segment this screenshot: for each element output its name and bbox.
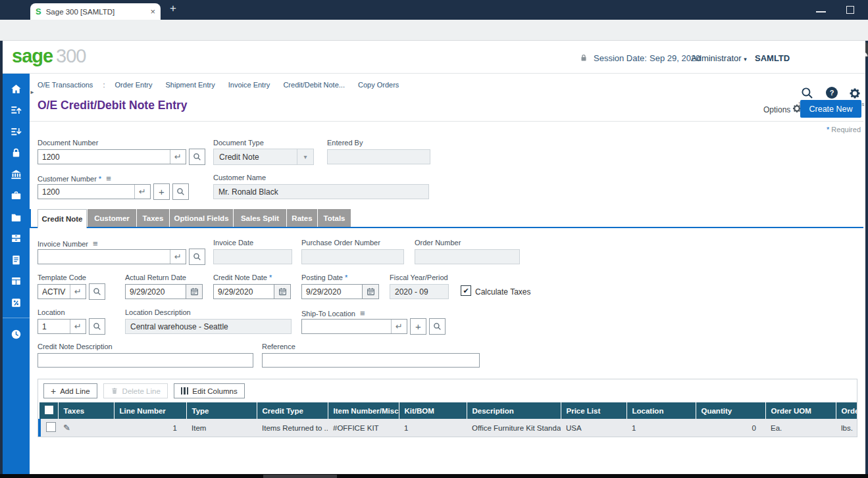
location-input[interactable] [38,320,70,333]
customer-number-input[interactable] [38,185,134,199]
enter-icon[interactable]: ↵ [70,320,86,333]
template-code-input[interactable] [38,285,70,299]
sidebar-item-home[interactable] [3,78,30,100]
breadcrumb-separator: : [103,81,105,89]
tab-credit-note[interactable]: Credit Note [38,209,87,228]
col-item-number[interactable]: Item Number/Misc... [328,402,399,419]
sidebar-item-folder[interactable] [3,206,30,228]
bottom-scrollbar-thumb[interactable] [263,475,337,478]
enter-icon[interactable]: ↵ [170,250,186,264]
col-line-number[interactable]: Line Number [114,402,186,419]
calculate-taxes-checkbox[interactable]: ✔ [461,285,471,296]
sidebar-item-inventory[interactable] [3,228,30,250]
breadcrumb-link-copy-orders[interactable]: Copy Orders [358,81,399,89]
grid-toolbar: +Add Line Delete Line Edit Columns [38,379,857,402]
breadcrumb-link-order-entry[interactable]: Order Entry [115,81,153,89]
customer-number-menu-icon[interactable]: ≡ [106,174,111,183]
invoice-number-menu-icon[interactable]: ≡ [93,239,98,249]
boxes-icon [10,232,22,245]
row-taxes-cell[interactable]: ✎ [58,419,114,437]
col-type[interactable]: Type [186,402,257,419]
sidebar-item-security[interactable] [3,143,30,164]
sidebar-item-list-up[interactable] [3,100,30,122]
col-quantity[interactable]: Quantity [696,402,765,419]
edit-columns-button[interactable]: Edit Columns [174,383,245,398]
row-select-cell[interactable] [39,419,58,437]
tab-close-icon[interactable]: × [150,7,155,16]
actual-return-date-input[interactable] [126,285,186,299]
window-restore-icon[interactable] [846,6,854,14]
template-code-finder-button[interactable] [89,283,105,300]
tab-customer[interactable]: Customer [88,209,136,227]
browser-tab[interactable]: S Sage 300 [SAMLTD] × [30,3,161,20]
credit-note-date-input[interactable] [214,285,274,299]
add-line-button[interactable]: +Add Line [43,383,97,398]
invoice-number-finder-button[interactable] [189,249,205,265]
actual-return-date-group [125,284,203,299]
sidebar-item-tax[interactable] [3,292,30,314]
col-credit-type[interactable]: Credit Type [257,402,328,419]
customer-number-new-button[interactable]: + [153,183,170,200]
sidebar-item-briefcase[interactable] [3,185,30,207]
sage-logo-300: 300 [56,45,86,66]
ship-to-location-input[interactable] [302,320,391,333]
sidebar-item-table[interactable] [3,271,30,293]
session-date-label: Session Date: [594,53,647,63]
col-taxes[interactable]: Taxes [58,402,114,419]
document-type-select[interactable]: Credit Note ▾ [213,149,314,165]
options-label[interactable]: Options [763,105,790,114]
col-order-uom[interactable]: Order UOM [765,402,836,419]
col-location[interactable]: Location [626,402,696,419]
location-label: Location [38,308,65,316]
ship-to-location-menu-icon[interactable]: ≡ [360,308,365,318]
reference-input[interactable] [262,353,480,368]
enter-icon[interactable]: ↵ [391,320,407,333]
tab-sales-split[interactable]: Sales Split [234,209,286,227]
document-number-input[interactable] [38,150,170,164]
col-order-weight[interactable]: Order [836,402,857,419]
calendar-icon[interactable] [274,285,290,299]
sidebar-item-list-down[interactable] [3,121,30,143]
ship-to-location-new-button[interactable]: + [410,318,426,335]
col-kit-bom[interactable]: Kit/BOM [399,402,467,419]
customer-number-finder-button[interactable] [172,183,189,200]
calendar-icon[interactable] [362,285,378,299]
select-all-checkbox[interactable] [45,406,53,414]
browser-toolbar: ← → ↻ i localhost/Sage300/OnPremise/QURN… [0,20,868,41]
customer-number-group: ↵ [38,184,151,199]
tab-totals[interactable]: Totals [318,209,351,227]
breadcrumb-link-shipment-entry[interactable]: Shipment Entry [165,81,215,89]
sidebar-item-history[interactable] [3,318,30,347]
credit-note-description-input[interactable] [38,353,253,368]
col-description[interactable]: Description [467,402,561,419]
ship-to-location-label: Ship-To Location≡ [301,308,365,318]
posting-date-input[interactable] [302,285,362,299]
select-all-cell[interactable] [39,402,58,419]
new-tab-icon[interactable]: + [170,2,176,15]
ship-to-location-finder-button[interactable] [429,318,446,335]
user-menu[interactable]: Administrator ▾ [691,53,747,63]
tab-rates[interactable]: Rates [287,209,317,227]
edit-pencil-icon[interactable]: ✎ [63,423,70,433]
col-price-list[interactable]: Price List [561,402,626,419]
tab-optional-fields[interactable]: Optional Fields [170,209,233,227]
enter-icon[interactable]: ↵ [134,185,150,199]
window-minimize-icon[interactable] [816,11,826,12]
table-row[interactable]: ✎ 1 Item Items Returned to ... #OFFICE K… [39,419,857,437]
create-new-button[interactable]: Create New [800,100,861,118]
sidebar-item-bank[interactable] [3,164,30,185]
tab-taxes[interactable]: Taxes [137,209,169,227]
sidebar-item-document[interactable] [3,249,30,271]
table-header-row: Taxes Line Number Type Credit Type Item … [39,402,857,419]
enter-icon[interactable]: ↵ [170,150,186,164]
location-finder-button[interactable] [89,318,105,335]
calendar-icon[interactable] [186,285,202,299]
breadcrumb-link-invoice-entry[interactable]: Invoice Entry [228,81,270,89]
trash-icon [111,387,118,395]
sidebar-expander-chevron-icon[interactable]: ► [30,89,35,95]
document-number-finder-button[interactable] [189,149,205,165]
enter-icon[interactable]: ↵ [70,285,86,299]
breadcrumb-link-credit-debit-note[interactable]: Credit/Debit Note... [283,81,345,89]
invoice-number-input[interactable] [38,250,170,264]
row-checkbox[interactable] [46,422,56,432]
